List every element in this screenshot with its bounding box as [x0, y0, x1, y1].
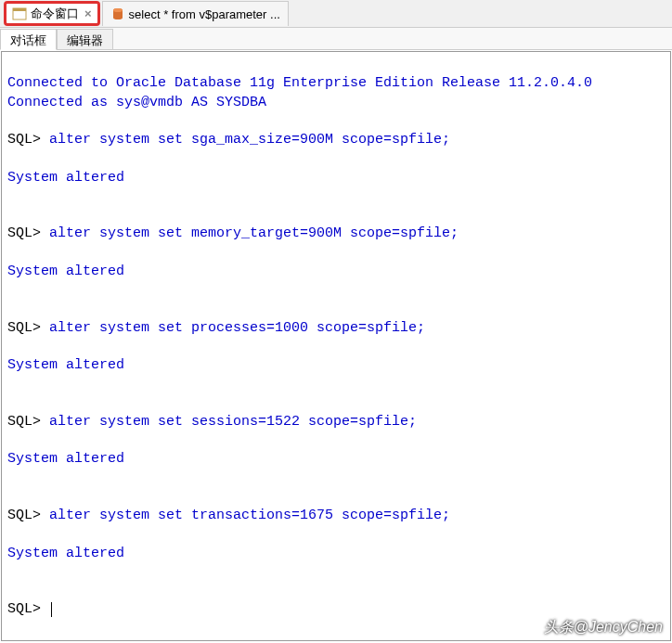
sub-tab-dialog[interactable]: 对话框	[0, 29, 57, 50]
sub-tab-label: 对话框	[10, 33, 46, 47]
terminal-output: System altered	[7, 451, 124, 467]
database-icon	[110, 6, 125, 21]
svg-point-3	[113, 8, 123, 12]
sub-tab-label: 编辑器	[67, 33, 103, 47]
sql-window-icon	[12, 6, 27, 21]
sql-prompt: SQL>	[7, 320, 49, 336]
tab-command-window[interactable]: 命令窗口 ×	[4, 1, 100, 26]
text-cursor	[51, 602, 52, 617]
sub-tabs-bar: 对话框 编辑器	[0, 28, 672, 50]
main-tabs-bar: 命令窗口 × select * from v$parameter ...	[0, 0, 672, 28]
svg-rect-1	[13, 8, 26, 11]
terminal-command: SQL> alter system set memory_target=900M…	[7, 225, 459, 241]
terminal-output: System altered	[7, 357, 124, 373]
sql-prompt: SQL>	[7, 508, 49, 523]
sub-tab-editor[interactable]: 编辑器	[57, 29, 113, 49]
terminal-output: System altered	[7, 264, 124, 279]
terminal-output: System altered	[7, 546, 124, 561]
terminal-output: Connected to Oracle Database 11g Enterpr…	[7, 75, 592, 91]
terminal-output: Connected as sys@vmdb AS SYSDBA	[7, 95, 266, 110]
terminal-command: SQL> alter system set processes=1000 sco…	[7, 320, 425, 336]
terminal-output: System altered	[7, 170, 124, 186]
terminal-input-line[interactable]: SQL>	[7, 600, 665, 619]
sql-prompt: SQL>	[7, 600, 49, 619]
terminal-command: SQL> alter system set transactions=1675 …	[7, 508, 450, 523]
terminal-command: SQL> alter system set sga_max_size=900M …	[7, 132, 450, 148]
tab-label: 命令窗口	[31, 6, 79, 22]
close-icon[interactable]: ×	[84, 6, 92, 20]
terminal-command: SQL> alter system set sessions=1522 scop…	[7, 414, 417, 430]
sql-terminal[interactable]: Connected to Oracle Database 11g Enterpr…	[1, 51, 671, 641]
tab-select-query[interactable]: select * from v$parameter ...	[102, 1, 289, 26]
sql-prompt: SQL>	[7, 414, 49, 430]
watermark: 头条@JencyChen	[544, 618, 663, 637]
sql-prompt: SQL>	[7, 225, 49, 241]
sql-prompt: SQL>	[7, 132, 49, 148]
tab-label: select * from v$parameter ...	[129, 7, 280, 21]
